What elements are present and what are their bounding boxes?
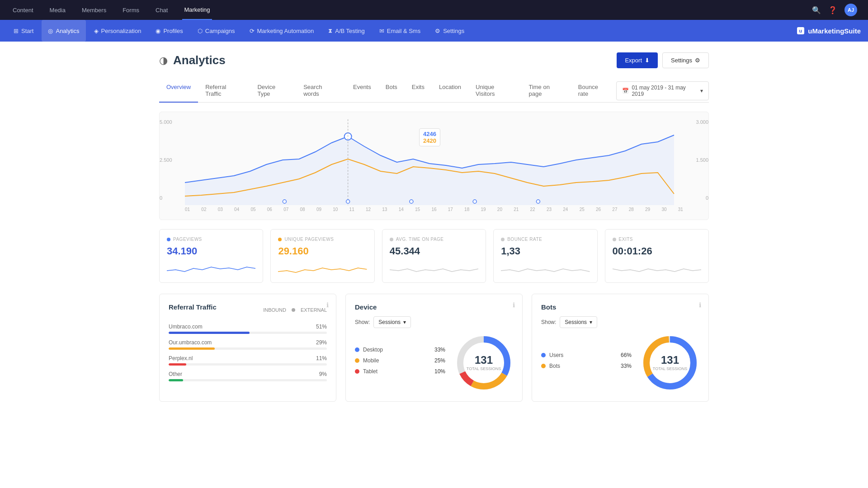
chevron-down-icon: ▾: [403, 319, 406, 325]
sec-nav-items: ⊞ Start ◎ Analytics ◈ Personalization ◉ …: [7, 20, 797, 42]
device-item-tablet: Tablet 10%: [355, 368, 445, 375]
export-button[interactable]: Export ⬇: [617, 52, 658, 68]
search-icon[interactable]: 🔍: [812, 6, 821, 14]
referral-header: Referral Traffic INBOUND EXTERNAL: [169, 303, 327, 316]
tab-referral-traffic[interactable]: Referral Traffic: [198, 79, 250, 103]
x-label-15: 15: [415, 207, 420, 212]
x-label-13: 13: [382, 207, 387, 212]
tab-bots[interactable]: Bots: [378, 79, 405, 103]
bots-info-icon[interactable]: ℹ: [699, 301, 701, 309]
tab-device-type[interactable]: Device Type: [250, 79, 296, 103]
sec-nav-ab-testing[interactable]: ⧗ A/B Testing: [322, 20, 371, 42]
device-title: Device: [355, 303, 513, 311]
settings-button[interactable]: Settings ⚙: [662, 52, 709, 68]
tab-unique-visitors[interactable]: Unique Visitors: [468, 79, 521, 103]
sec-nav-marketing-automation[interactable]: ⟳ Marketing Automation: [243, 20, 321, 42]
sec-nav-profiles[interactable]: ◉ Profiles: [149, 20, 189, 42]
mobile-dot: [355, 358, 359, 363]
svg-point-3: [410, 200, 413, 203]
sec-nav-analytics[interactable]: ◎ Analytics: [42, 20, 85, 42]
email-sms-icon: ✉: [379, 28, 384, 34]
referral-row-our-umbraco: Our.umbraco.com 29%: [169, 339, 327, 350]
exits-mini-chart: [613, 262, 701, 275]
top-nav-marketing[interactable]: Marketing: [182, 0, 212, 20]
referral-source-other: Other: [169, 371, 182, 377]
exits-value: 00:01:26: [613, 245, 701, 257]
referral-info-icon[interactable]: ℹ: [326, 301, 329, 309]
help-icon[interactable]: ❓: [828, 6, 837, 14]
device-info-icon[interactable]: ℹ: [513, 301, 515, 309]
device-sessions-select[interactable]: Sessions ▾: [373, 316, 411, 328]
sec-nav-settings-label: Settings: [443, 28, 464, 34]
y-label-0-left: 0: [160, 195, 172, 201]
bottom-section: ℹ Referral Traffic INBOUND EXTERNAL Umbr…: [159, 294, 709, 402]
sec-nav-personalization[interactable]: ◈ Personalization: [88, 20, 148, 42]
referral-bar-track-other: [169, 379, 327, 381]
tab-time-on-page[interactable]: Time on page: [521, 79, 571, 103]
device-content: Desktop 33% Mobile 25% Tablet 10%: [355, 333, 513, 392]
y-label-3000: 3.000: [696, 119, 708, 125]
y-label-0-right: 0: [696, 195, 708, 201]
top-nav-members[interactable]: Members: [80, 0, 108, 20]
device-donut-center: 131 TOTAL SESSIONS: [467, 355, 501, 371]
x-label-29: 29: [645, 207, 650, 212]
tab-bounce-rate[interactable]: Bounce rate: [571, 79, 617, 103]
sec-nav-campaigns-label: Campaigns: [205, 28, 235, 34]
tab-exits[interactable]: Exits: [405, 79, 432, 103]
x-label-28: 28: [629, 207, 634, 212]
chevron-down-icon: ▾: [590, 319, 592, 325]
x-label-31: 31: [678, 207, 683, 212]
inbound-dot: [292, 308, 295, 312]
bots-sessions-value: Sessions: [565, 319, 587, 325]
settings-icon: ⚙: [435, 28, 440, 34]
tab-search-words[interactable]: Search words: [296, 79, 346, 103]
metric-card-unique-pageviews: UNIQUE PAGEVIEWS 29.160: [270, 229, 374, 283]
bounce-rate-value: 1,33: [501, 245, 590, 257]
avg-time-value: 45.344: [390, 245, 478, 257]
bots-sessions-select[interactable]: Sessions ▾: [560, 316, 597, 328]
device-sessions-value: Sessions: [378, 319, 401, 325]
referral-bar-umbraco: [169, 332, 250, 334]
referral-source-umbraco: Umbraco.com: [169, 324, 203, 330]
bots-donut-center: 131 TOTAL SESSIONS: [653, 355, 687, 371]
unique-pageviews-dot: [278, 238, 282, 241]
top-nav-media[interactable]: Media: [48, 0, 67, 20]
device-widget: ℹ Device Show: Sessions ▾ Desktop 33%: [345, 294, 523, 402]
x-label-06: 06: [267, 207, 272, 212]
bots-item-bots: Bots 33%: [541, 363, 632, 369]
sec-nav-settings[interactable]: ⚙ Settings: [429, 20, 471, 42]
top-nav-forms[interactable]: Forms: [121, 0, 141, 20]
bots-content: Users 66% Bots 33%: [541, 333, 699, 392]
sec-nav-campaigns[interactable]: ⬡ Campaigns: [191, 20, 241, 42]
avatar[interactable]: AJ: [844, 4, 857, 16]
calendar-icon: 📅: [622, 88, 629, 94]
users-dot: [541, 353, 546, 357]
sec-nav-email-sms[interactable]: ✉ Email & Sms: [373, 20, 427, 42]
x-label-23: 23: [547, 207, 552, 212]
tablet-label: Tablet: [363, 368, 431, 375]
inbound-label: INBOUND: [263, 307, 286, 313]
page-header: ◑ Analytics Export ⬇ Settings ⚙: [159, 52, 709, 68]
settings-label: Settings: [671, 57, 692, 64]
referral-row-umbraco: Umbraco.com 51%: [169, 324, 327, 334]
logo-icon: u: [797, 27, 805, 34]
top-nav-chat[interactable]: Chat: [154, 0, 170, 20]
tablet-pct: 10%: [434, 368, 445, 375]
bots-show: Show: Sessions ▾: [541, 316, 699, 328]
tab-overview[interactable]: Overview: [159, 79, 198, 103]
date-range-picker[interactable]: 📅 01 may 2019 - 31 may 2019 ▾: [616, 81, 709, 100]
referral-bar-other: [169, 379, 183, 381]
sec-nav-profiles-label: Profiles: [163, 28, 183, 34]
sec-nav-start[interactable]: ⊞ Start: [7, 20, 40, 42]
device-total-sub: TOTAL SESSIONS: [467, 366, 501, 371]
sec-nav: ⊞ Start ◎ Analytics ◈ Personalization ◉ …: [0, 20, 868, 42]
x-label-03: 03: [218, 207, 223, 212]
tab-events[interactable]: Events: [346, 79, 378, 103]
top-nav-content[interactable]: Content: [11, 0, 35, 20]
start-icon: ⊞: [14, 28, 19, 34]
chart-svg-wrap: 4246 2420: [185, 119, 683, 205]
tab-location[interactable]: Location: [432, 79, 468, 103]
export-icon: ⬇: [645, 57, 650, 64]
top-nav-items: Content Media Members Forms Chat Marketi…: [11, 0, 812, 20]
sec-nav-marketing-automation-label: Marketing Automation: [257, 28, 314, 34]
